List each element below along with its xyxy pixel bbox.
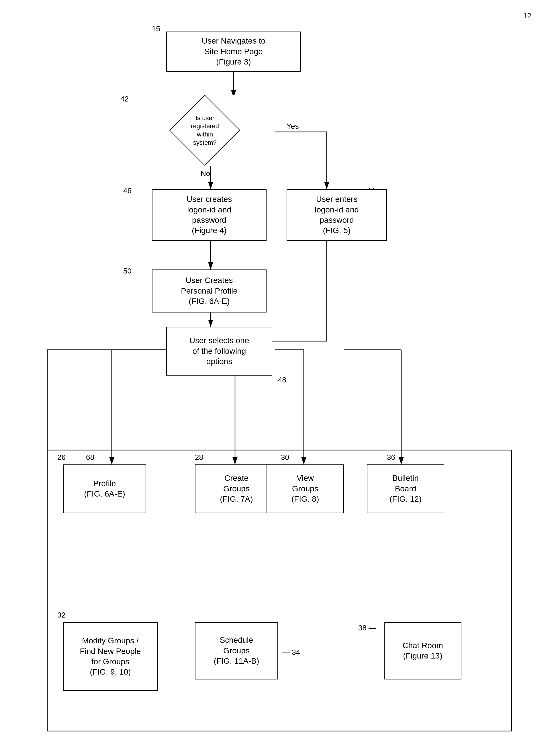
label-32: 32	[57, 611, 66, 619]
label-34: — 34	[282, 648, 300, 657]
flowchart-diagram: 12 15 User Navigates toSite Home Page(Fi…	[0, 0, 560, 756]
node-view-groups: ViewGroups(FIG. 8)	[266, 464, 344, 513]
no-label: No	[201, 169, 210, 178]
node-chat-room: Chat Room(Figure 13)	[384, 622, 461, 679]
label-38: 38 —	[358, 623, 376, 633]
node-personal-profile: User CreatesPersonal Profile(FIG. 6A-E)	[152, 270, 266, 313]
label-48: 48	[278, 376, 286, 384]
label-15: 15	[152, 24, 160, 33]
figure-number: 12	[523, 12, 531, 20]
node-registered: Is userregisteredwithinsystem?	[165, 95, 245, 166]
node-modify-groups: Modify Groups /Find New Peoplefor Groups…	[63, 622, 158, 691]
label-46: 46	[123, 186, 132, 195]
node-create-groups: CreateGroups(FIG. 7A)	[195, 464, 278, 513]
node-selects-options: User selects oneof the followingoptions	[166, 327, 272, 376]
label-50: 50	[123, 266, 132, 276]
node-profile: Profile(FIG. 6A-E)	[63, 464, 146, 513]
label-26: 26	[57, 453, 66, 462]
label-36: 36	[387, 453, 395, 462]
node-bulletin-board: BulletinBoard(FIG. 12)	[367, 464, 444, 513]
label-28: 28	[195, 453, 203, 462]
node-schedule-groups: ScheduleGroups(FIG. 11A-B)	[195, 622, 278, 679]
label-68: 68	[86, 453, 94, 462]
node-navigates: User Navigates toSite Home Page(Figure 3…	[166, 32, 301, 72]
label-30: 30	[281, 453, 289, 462]
node-creates-logon: User createslogon-id andpassword(Figure …	[152, 189, 266, 241]
node-enters-logon: User enterslogon-id andpassword(FIG. 5)	[286, 189, 387, 241]
label-42: 42	[120, 95, 129, 103]
yes-label: Yes	[286, 122, 299, 131]
